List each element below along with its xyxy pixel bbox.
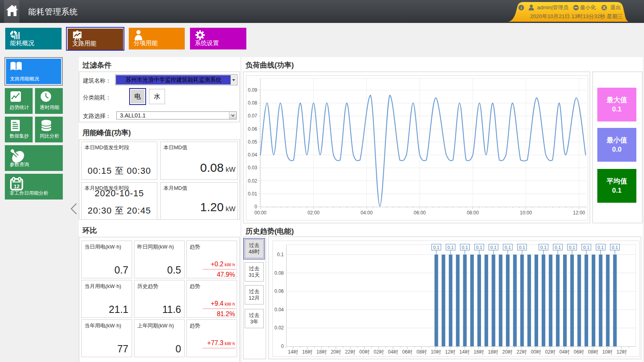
svg-text:0.1: 0.1 — [490, 245, 496, 250]
svg-text:0.02: 0.02 — [248, 178, 258, 184]
svg-text:12: 12 — [14, 183, 19, 189]
svg-text:06时: 06时 — [574, 349, 584, 355]
svg-text:00时: 00时 — [531, 349, 541, 355]
svg-text:0.08: 0.08 — [275, 270, 284, 276]
svg-text:04:00: 04:00 — [361, 210, 373, 216]
svg-text:20时: 20时 — [331, 349, 341, 355]
svg-text:10:00: 10:00 — [520, 210, 532, 216]
svg-text:0.04: 0.04 — [275, 307, 284, 313]
svg-text:0.01: 0.01 — [248, 191, 258, 197]
svg-text:16时: 16时 — [302, 349, 312, 355]
svg-text:0.1: 0.1 — [541, 245, 547, 250]
svg-text:0.06: 0.06 — [248, 126, 258, 132]
svg-text:0.08: 0.08 — [248, 100, 258, 106]
svg-text:06时: 06时 — [402, 349, 412, 355]
svg-text:12时: 12时 — [445, 349, 455, 355]
svg-text:0.06: 0.06 — [275, 288, 284, 294]
svg-text:02时: 02时 — [545, 349, 555, 355]
svg-text:0.03: 0.03 — [248, 165, 258, 171]
svg-text:0.1: 0.1 — [612, 245, 618, 250]
svg-text:0.1: 0.1 — [583, 245, 589, 250]
svg-text:16时: 16时 — [474, 349, 484, 355]
svg-text:0.02: 0.02 — [275, 325, 284, 331]
svg-text:08时: 08时 — [588, 349, 598, 355]
svg-text:04时: 04时 — [388, 349, 398, 355]
svg-text:0.1: 0.1 — [476, 245, 482, 250]
svg-text:08时: 08时 — [417, 349, 427, 355]
svg-text:0.09: 0.09 — [248, 87, 258, 93]
svg-text:0.07: 0.07 — [248, 113, 258, 119]
svg-text:04时: 04时 — [559, 349, 570, 355]
svg-text:0: 0 — [254, 204, 257, 210]
svg-text:0.1: 0.1 — [519, 245, 525, 250]
svg-text:08:00: 08:00 — [467, 210, 479, 216]
svg-text:0.1: 0.1 — [462, 245, 468, 250]
svg-text:0.1: 0.1 — [555, 245, 561, 250]
svg-text:0.05: 0.05 — [248, 139, 258, 145]
svg-text:22时: 22时 — [345, 349, 355, 355]
svg-text:02:00: 02:00 — [308, 210, 320, 216]
svg-text:02时: 02时 — [374, 349, 384, 355]
svg-text:14时: 14时 — [288, 349, 298, 355]
svg-text:0.1: 0.1 — [569, 245, 575, 250]
svg-text:i: i — [521, 6, 522, 10]
svg-text:12时: 12时 — [617, 349, 627, 355]
svg-text:0.1: 0.1 — [505, 245, 511, 250]
svg-text:10时: 10时 — [431, 349, 441, 355]
svg-text:20时: 20时 — [502, 349, 512, 355]
svg-text:10时: 10时 — [602, 349, 612, 355]
svg-text:12:00: 12:00 — [573, 210, 585, 216]
svg-text:0.1: 0.1 — [598, 245, 604, 250]
svg-text:00时: 00时 — [359, 349, 369, 355]
svg-text:00:00: 00:00 — [254, 210, 266, 216]
svg-text:18时: 18时 — [316, 349, 326, 355]
svg-text:22时: 22时 — [516, 349, 526, 355]
svg-text:0.1: 0.1 — [277, 252, 284, 257]
svg-text:0.1: 0.1 — [448, 245, 454, 250]
svg-text:06:00: 06:00 — [414, 210, 426, 216]
svg-text:0: 0 — [281, 343, 284, 349]
svg-text:0.04: 0.04 — [248, 152, 258, 158]
svg-text:0.1: 0.1 — [433, 245, 439, 250]
svg-text:18时: 18时 — [488, 349, 498, 355]
svg-text:14时: 14时 — [459, 349, 469, 355]
